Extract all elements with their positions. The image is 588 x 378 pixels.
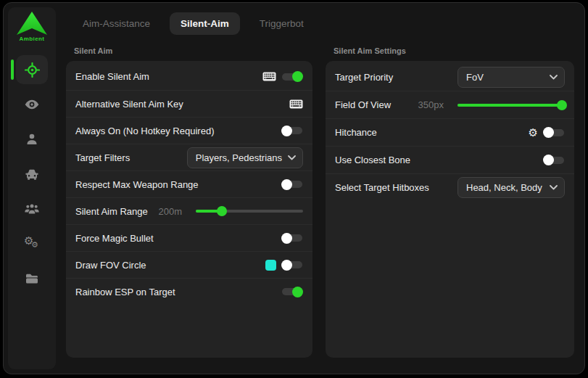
panel-title: Silent Aim Settings <box>334 46 574 55</box>
car-icon <box>25 168 39 180</box>
tab-triggerbot[interactable]: Triggerbot <box>249 12 315 35</box>
target-hitboxes-select[interactable]: Head, Neck, Body <box>457 177 565 198</box>
person-icon <box>25 133 38 146</box>
row-always-on: Always On (No Hotkey Required) <box>66 117 312 144</box>
row-label: Rainbow ESP on Target <box>75 287 281 297</box>
sidebar-item-aim[interactable] <box>16 55 48 84</box>
logo-arrow-icon <box>15 11 49 36</box>
respect-max-range-toggle[interactable] <box>281 179 303 190</box>
silent-aim-settings-card: Target Priority FoV Field Of View 350px <box>326 61 574 358</box>
target-filters-select[interactable]: Players, Pedestrians <box>187 147 303 168</box>
sidebar-nav: ⚙⚙ <box>8 55 56 293</box>
chevron-down-icon <box>550 185 558 190</box>
chevron-down-icon <box>550 75 558 80</box>
row-target-priority: Target Priority FoV <box>326 63 574 91</box>
sidebar-item-vehicle[interactable] <box>16 160 48 189</box>
gears-icon: ⚙⚙ <box>24 237 40 251</box>
chevron-down-icon <box>288 155 296 160</box>
enable-silent-aim-toggle[interactable] <box>281 71 303 82</box>
row-use-closest-bone: Use Closest Bone <box>326 146 574 173</box>
row-label: Enable Silent Aim <box>75 71 262 82</box>
row-label: Field Of View <box>335 99 418 110</box>
use-closest-bone-toggle[interactable] <box>543 155 565 165</box>
tab-aim-assistance[interactable]: Aim-Assistance <box>72 12 161 35</box>
slider-knob[interactable] <box>557 100 567 110</box>
row-label: Target Priority <box>335 72 457 83</box>
select-value: Players, Pedestrians <box>196 152 282 163</box>
row-label: Alternative Silent Aim Key <box>75 99 289 110</box>
tab-silent-aim[interactable]: Silent-Aim <box>170 12 240 35</box>
force-magic-bullet-toggle[interactable] <box>281 233 303 244</box>
silent-aim-card: Enable Silent Aim Alternative Silent Aim… <box>66 61 312 358</box>
row-rainbow-esp: Rainbow ESP on Target <box>66 278 312 305</box>
main-area: Aim-Assistance Silent-Aim Triggerbot Sil… <box>56 3 584 374</box>
slider-value: 200m <box>158 206 182 217</box>
always-on-toggle[interactable] <box>281 126 303 136</box>
tab-bar: Aim-Assistance Silent-Aim Triggerbot <box>56 3 584 44</box>
content: Silent Aim Enable Silent Aim Alternative… <box>56 44 584 358</box>
slider-value: 350px <box>418 99 444 110</box>
row-label: Force Magic Bullet <box>75 233 281 244</box>
keyboard-icon[interactable] <box>262 72 276 81</box>
sidebar-item-configs[interactable] <box>16 264 48 293</box>
rainbow-esp-toggle[interactable] <box>281 287 303 297</box>
row-label: Silent Aim Range <box>75 206 158 217</box>
row-draw-fov-circle: Draw FOV Circle <box>66 251 312 278</box>
hitchance-toggle[interactable] <box>543 127 565 138</box>
slider-knob[interactable] <box>217 206 227 216</box>
select-value: FoV <box>466 72 484 83</box>
sidebar-item-players-list[interactable] <box>16 194 48 223</box>
panel-title: Silent Aim <box>74 46 312 55</box>
app-window: Ambient <box>3 2 585 374</box>
ambient-logo: Ambient <box>8 11 56 42</box>
crosshair-icon <box>25 62 40 78</box>
row-target-filters: Target Filters Players, Pedestrians <box>66 144 312 170</box>
target-priority-select[interactable]: FoV <box>457 67 565 88</box>
row-label: Select Target Hitboxes <box>335 182 457 193</box>
panel-silent-aim-settings: Silent Aim Settings Target Priority FoV … <box>326 44 574 358</box>
keyboard-icon[interactable] <box>289 99 303 109</box>
row-alternative-key: Alternative Silent Aim Key <box>66 90 312 117</box>
row-label: Target Filters <box>75 152 187 163</box>
row-respect-max-range: Respect Max Weapon Range <box>66 170 312 197</box>
row-label: Use Closest Bone <box>335 155 543 165</box>
sidebar-item-settings[interactable]: ⚙⚙ <box>16 229 48 258</box>
logo-text: Ambient <box>20 36 45 42</box>
draw-fov-circle-toggle[interactable] <box>281 260 303 271</box>
row-force-magic-bullet: Force Magic Bullet <box>66 224 312 251</box>
row-field-of-view: Field Of View 350px <box>326 91 574 118</box>
sidebar: Ambient <box>8 7 56 369</box>
sidebar-item-player[interactable] <box>16 125 48 154</box>
gear-icon[interactable]: ⚙ <box>529 127 538 138</box>
field-of-view-slider[interactable] <box>457 100 565 110</box>
row-label: Respect Max Weapon Range <box>75 179 281 190</box>
select-value: Head, Neck, Body <box>466 182 542 193</box>
row-label: Always On (No Hotkey Required) <box>75 126 281 136</box>
row-enable-silent-aim: Enable Silent Aim <box>66 63 312 90</box>
row-label: Draw FOV Circle <box>75 260 265 271</box>
silent-aim-range-slider[interactable] <box>196 206 303 216</box>
eye-icon <box>25 99 39 110</box>
users-icon <box>24 203 40 215</box>
row-select-target-hitboxes: Select Target Hitboxes Head, Neck, Body <box>326 173 574 201</box>
fov-circle-color-swatch[interactable] <box>265 260 276 271</box>
row-hitchance: Hitchance ⚙ <box>326 118 574 146</box>
panel-silent-aim: Silent Aim Enable Silent Aim Alternative… <box>66 44 312 358</box>
row-label: Hitchance <box>335 127 529 138</box>
folder-icon <box>25 273 39 284</box>
sidebar-item-esp[interactable] <box>16 90 48 119</box>
row-silent-aim-range: Silent Aim Range 200m <box>66 197 312 224</box>
